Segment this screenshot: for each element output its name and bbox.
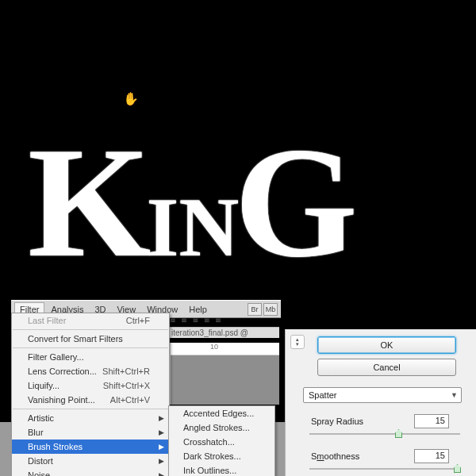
chevron-down-icon: ▼ (451, 391, 458, 399)
spray-radius-row: Spray Radius 15 (311, 414, 476, 428)
ruler-area: 10 (170, 343, 279, 405)
menu-convert-smart[interactable]: Convert for Smart Filters (12, 332, 169, 346)
expand-collapse-icon[interactable]: ▴▾ (290, 335, 305, 349)
menu-lens-correction[interactable]: Lens Correction...Shift+Ctrl+R (12, 364, 169, 378)
menu-noise[interactable]: Noise▶ (12, 468, 169, 476)
submenu-angled-strokes[interactable]: Angled Strokes... (169, 420, 274, 435)
cancel-button[interactable]: Cancel (317, 359, 456, 376)
mb-icon[interactable]: Mb (263, 303, 278, 316)
move-cursor-icon: ✋ (123, 91, 137, 106)
submenu-dark-strokes[interactable]: Dark Strokes... (169, 449, 274, 463)
spray-radius-slider[interactable] (309, 430, 460, 438)
ruler-mark: 10 (171, 343, 279, 355)
spray-radius-label: Spray Radius (311, 416, 414, 426)
filter-options-dialog[interactable]: ▴▾ OK Cancel Spatter ▼ Spray Radius 15 S… (285, 329, 476, 476)
menu-last-filter: Last Filter Ctrl+F (12, 313, 169, 328)
smoothness-row: Smoothness 15 (311, 449, 476, 463)
menu-distort[interactable]: Distort▶ (12, 454, 169, 468)
brush-strokes-submenu[interactable]: Accented Edges... Angled Strokes... Cros… (168, 405, 275, 476)
menu-brush-strokes[interactable]: Brush Strokes▶ (12, 440, 169, 454)
filter-dropdown[interactable]: Last Filter Ctrl+F Convert for Smart Fil… (11, 313, 170, 476)
smoothness-slider[interactable] (309, 465, 460, 473)
document-tab[interactable]: iteration3_final.psd @ (168, 327, 279, 338)
effect-combo-value: Spatter (309, 390, 336, 400)
effect-combo[interactable]: Spatter ▼ (303, 387, 462, 403)
submenu-ink-outlines[interactable]: Ink Outlines... (169, 463, 274, 476)
menu-liquify[interactable]: Liquify...Shift+Ctrl+X (12, 378, 169, 393)
spray-radius-input[interactable]: 15 (414, 414, 449, 428)
bridge-icon[interactable]: Br (248, 303, 262, 316)
smoothness-label: Smoothness (311, 451, 414, 461)
canvas-text: KinG (28, 123, 456, 282)
smoothness-input[interactable]: 15 (414, 449, 449, 463)
menu-vanishing-point[interactable]: Vanishing Point...Alt+Ctrl+V (12, 393, 169, 407)
submenu-crosshatch[interactable]: Crosshatch... (169, 435, 274, 449)
menu-artistic[interactable]: Artistic▶ (12, 411, 169, 425)
menu-filter-gallery[interactable]: Filter Gallery... (12, 350, 169, 364)
menu-blur[interactable]: Blur▶ (12, 425, 169, 440)
submenu-accented-edges[interactable]: Accented Edges... (169, 406, 274, 420)
menu-help[interactable]: Help (184, 303, 212, 316)
